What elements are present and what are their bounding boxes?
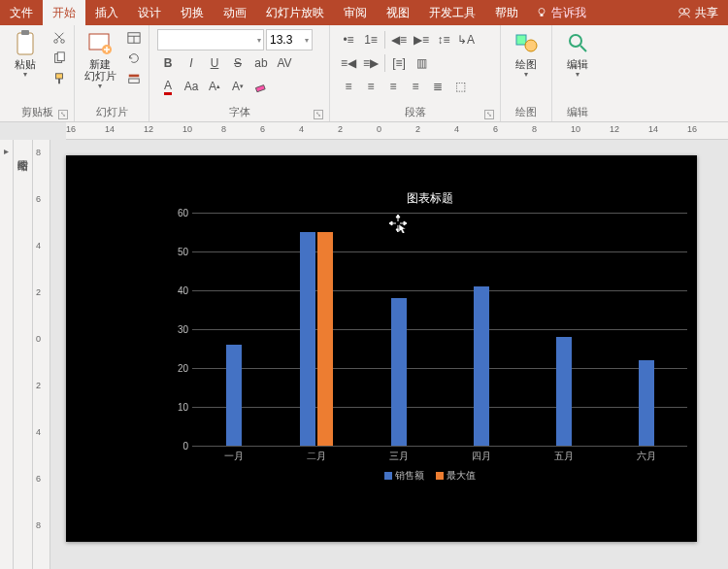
align-right-button[interactable]: ≡ <box>382 76 404 97</box>
increase-font-button[interactable]: A▴ <box>204 76 225 97</box>
shadow-button[interactable]: ab <box>250 52 272 74</box>
chart-title[interactable]: 图表标题 <box>173 190 687 207</box>
group-font: ▾ 13.3▾ B I U S ab AV A Aa A▴ A▾ 字体⤡ <box>149 25 330 121</box>
thumbnail-panel[interactable]: 缩略图 <box>14 140 33 569</box>
tab-review[interactable]: 审阅 <box>334 0 377 25</box>
caret-icon: ▾ <box>23 70 27 79</box>
align-text-button[interactable]: [≡] <box>388 52 410 74</box>
svg-rect-1 <box>541 15 544 17</box>
svg-point-6 <box>54 40 58 44</box>
chart-category[interactable] <box>357 213 440 446</box>
chart-category[interactable] <box>605 213 687 446</box>
chart-category[interactable] <box>192 213 275 446</box>
copy-button[interactable] <box>50 49 69 68</box>
bulb-icon <box>536 7 547 18</box>
ruler-tick: 2 <box>36 287 41 297</box>
slide[interactable]: 图表标题 0102030405060 一月二月三月四月五月六月 销售额最大值 <box>66 155 697 542</box>
share-button[interactable]: 共享 <box>668 0 728 25</box>
columns-button[interactable]: ▥ <box>411 52 432 74</box>
chart-x-axis[interactable]: 一月二月三月四月五月六月 <box>192 446 687 463</box>
chart-bar[interactable] <box>300 232 315 446</box>
dialog-launcher[interactable]: ⤡ <box>58 110 68 119</box>
legend-item[interactable]: 销售额 <box>384 469 424 483</box>
tab-developer[interactable]: 开发工具 <box>419 0 485 25</box>
tab-view[interactable]: 视图 <box>377 0 419 25</box>
increase-indent-button[interactable]: ▶≡ <box>411 29 432 50</box>
bullets-button[interactable]: •≡ <box>338 29 359 50</box>
cut-button[interactable] <box>50 28 69 48</box>
align-center-button[interactable]: ≡ <box>360 76 381 97</box>
italic-button[interactable]: I <box>181 52 202 74</box>
section-button[interactable] <box>124 69 144 88</box>
legend-item[interactable]: 最大值 <box>436 469 476 483</box>
drawing-button[interactable]: 绘图 ▾ <box>505 27 547 81</box>
outline-toggle[interactable]: ▸ <box>0 140 14 569</box>
new-slide-label: 新建 幻灯片 <box>84 58 116 82</box>
smartart-button[interactable]: ⬚ <box>449 76 471 97</box>
reset-button[interactable] <box>124 49 144 68</box>
paste-button[interactable]: 粘贴 ▾ <box>4 27 47 81</box>
chart-legend[interactable]: 销售额最大值 <box>173 469 687 483</box>
align-left-button[interactable]: ≡ <box>338 76 359 97</box>
new-slide-button[interactable]: 新建 幻灯片 ▾ <box>79 27 121 92</box>
x-tick-label: 六月 <box>605 446 687 463</box>
tab-file[interactable]: 文件 <box>0 0 43 25</box>
strike-button[interactable]: S <box>227 52 248 74</box>
chart-plot-area[interactable]: 0102030405060 <box>192 213 687 446</box>
dialog-launcher[interactable]: ⤡ <box>484 110 494 119</box>
svg-point-2 <box>679 9 684 14</box>
brush-icon <box>52 72 66 85</box>
layout-button[interactable] <box>124 28 144 48</box>
tab-animation[interactable]: 动画 <box>214 0 256 25</box>
tab-home[interactable]: 开始 <box>43 0 85 25</box>
chart-bar[interactable] <box>474 286 489 446</box>
text-direction-button[interactable]: ↳A <box>455 29 477 50</box>
chart-object[interactable]: 图表标题 0102030405060 一月二月三月四月五月六月 销售额最大值 <box>173 190 687 491</box>
underline-button[interactable]: U <box>204 52 225 74</box>
distribute-button[interactable]: ≣ <box>427 76 448 97</box>
change-case-button[interactable]: Aa <box>181 76 202 97</box>
decrease-font-button[interactable]: A▾ <box>227 76 248 97</box>
ruler-tick: 4 <box>36 241 41 251</box>
font-size-combo[interactable]: 13.3▾ <box>266 29 313 50</box>
char-spacing-button[interactable]: AV <box>274 52 295 74</box>
tab-slideshow[interactable]: 幻灯片放映 <box>256 0 334 25</box>
format-painter-button[interactable] <box>50 69 69 88</box>
chart-bar[interactable] <box>226 345 242 446</box>
layout-icon <box>127 31 141 45</box>
caret-icon: ▾ <box>98 82 102 90</box>
font-family-combo[interactable]: ▾ <box>157 29 264 50</box>
decrease-indent-button[interactable]: ◀≡ <box>388 29 410 50</box>
ruler-tick: 16 <box>66 124 76 134</box>
chart-bar[interactable] <box>391 298 407 446</box>
chart-category[interactable] <box>275 213 357 446</box>
chart-bar[interactable] <box>556 337 572 446</box>
tab-transition[interactable]: 切换 <box>171 0 214 25</box>
grid-line <box>192 446 687 447</box>
slide-canvas[interactable]: 图表标题 0102030405060 一月二月三月四月五月六月 销售额最大值 <box>50 140 728 569</box>
ruler-horizontal: 1614121086420246810121416 <box>66 122 728 140</box>
editing-button[interactable]: 编辑 ▾ <box>556 27 599 81</box>
numbering-button[interactable]: 1≡ <box>360 29 381 50</box>
justify-button[interactable]: ≡ <box>405 76 426 97</box>
tell-me[interactable]: 告诉我 <box>528 0 594 25</box>
chart-category[interactable] <box>440 213 522 446</box>
tab-help[interactable]: 帮助 <box>485 0 528 25</box>
ruler-vertical: 864202468 <box>33 140 50 569</box>
outdent-button[interactable]: ≡◀ <box>338 52 359 74</box>
reset-icon <box>127 51 141 65</box>
clear-format-button[interactable] <box>250 76 272 97</box>
ruler-tick: 6 <box>493 124 498 134</box>
bold-button[interactable]: B <box>157 52 179 74</box>
chart-bar[interactable] <box>317 232 333 446</box>
chart-category[interactable] <box>522 213 605 446</box>
font-color-button[interactable]: A <box>157 76 179 97</box>
indent-button[interactable]: ≡▶ <box>360 52 381 74</box>
svg-rect-11 <box>58 79 60 84</box>
ruler-tick: 0 <box>36 334 41 344</box>
dialog-launcher[interactable]: ⤡ <box>314 110 323 119</box>
tab-insert[interactable]: 插入 <box>85 0 128 25</box>
tab-design[interactable]: 设计 <box>128 0 171 25</box>
chart-bar[interactable] <box>639 360 654 446</box>
line-spacing-button[interactable]: ↕≡ <box>433 29 454 50</box>
